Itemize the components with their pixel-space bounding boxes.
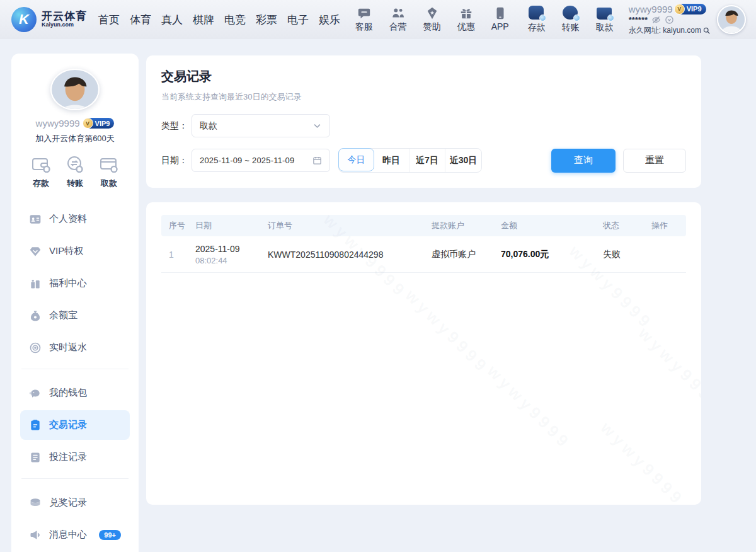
row-status: 失败: [603, 249, 651, 260]
table-header: 序号 日期 订单号 提款账户 金额 状态 操作: [161, 215, 686, 236]
row-order-no: KWWT202511090802444298: [268, 250, 432, 260]
rebate-target-icon: [29, 342, 42, 354]
nav-entertainment[interactable]: 娱乐: [319, 13, 340, 27]
range-yesterday-button[interactable]: 昨日: [374, 149, 410, 172]
chevron-down-icon: [312, 121, 322, 130]
col-amount: 金额: [501, 220, 603, 231]
range-7days-button[interactable]: 近7日: [410, 149, 445, 172]
nav-sports[interactable]: 体育: [130, 13, 151, 27]
user-avatar[interactable]: [717, 5, 746, 34]
transfer-icon: [563, 6, 579, 21]
piggy-bank-icon: [29, 387, 42, 400]
sidebar-username: wywy9999: [36, 118, 80, 129]
brand-name-en: Kaiyun.com: [42, 22, 87, 28]
promo-button[interactable]: 优惠: [452, 6, 480, 33]
sidebar-item-messages[interactable]: 消息中心 99+: [20, 520, 130, 549]
type-select-value: 取款: [200, 120, 217, 132]
welfare-gift-icon: [29, 277, 42, 290]
sidebar-vip-badge: VVIP9: [85, 118, 115, 129]
sidebar-vip-shield-icon: V: [83, 118, 93, 129]
date-range-input[interactable]: 2025-11-09 ~ 2025-11-09: [192, 149, 330, 172]
user-info: wywy9999 VVIP9 ****** 永久网址: kaiyun.com: [629, 4, 711, 36]
sidebar-quick-actions: 存款 转账 取款: [20, 156, 130, 189]
withdraw-card-icon: [100, 156, 118, 173]
join-days-text: 加入开云体育第600天: [35, 133, 115, 144]
sponsor-button[interactable]: 赞助: [418, 6, 446, 33]
col-account: 提款账户: [432, 220, 501, 231]
partnership-icon: [391, 6, 405, 20]
sidebar-item-prize-records[interactable]: 兑奖记录: [20, 488, 130, 517]
range-30days-button[interactable]: 近30日: [445, 149, 481, 172]
col-index: 序号: [169, 220, 195, 231]
customer-service-icon: [357, 6, 371, 20]
type-select[interactable]: 取款: [192, 114, 330, 137]
sidebar-avatar-image: [52, 70, 98, 110]
avatar-image: [718, 6, 745, 33]
sidebar-item-transactions[interactable]: 交易记录: [20, 410, 130, 440]
col-action: 操作: [651, 220, 679, 231]
page-title: 交易记录: [161, 68, 686, 85]
deposit-icon: [529, 6, 545, 21]
sidebar-item-vip[interactable]: VIP特权: [20, 236, 130, 266]
sidebar-item-bet-records[interactable]: 投注记录: [20, 442, 130, 472]
sidebar-avatar[interactable]: [50, 69, 100, 110]
col-order-no: 订单号: [268, 220, 432, 231]
col-status: 状态: [603, 220, 651, 231]
date-range-value: 2025-11-09 ~ 2025-11-09: [200, 156, 294, 165]
vip-heart-icon: [29, 245, 42, 258]
filter-card: 交易记录 当前系统支持查询最近30日的交易记录 类型： 取款 日期： 2025-…: [146, 55, 701, 188]
table-row: 1 2025-11-09 08:02:44 KWWT20251109080244…: [161, 236, 686, 273]
nav-live-casino[interactable]: 真人: [161, 13, 183, 27]
date-quick-range-group: 今日 昨日 近7日 近30日: [338, 148, 482, 173]
transfer-exchange-icon: [66, 156, 84, 173]
brand-logo[interactable]: K 开云体育 Kaiyun.com: [11, 7, 87, 32]
main-nav: 首页 体育 真人 棋牌 电竞 彩票 电子 娱乐: [98, 13, 340, 27]
page-subtitle: 当前系统支持查询最近30日的交易记录: [161, 91, 686, 103]
search-button[interactable]: 查询: [551, 149, 616, 173]
nav-home[interactable]: 首页: [98, 13, 120, 27]
permanent-url: 永久网址: kaiyun.com: [629, 25, 701, 36]
sidebar-withdraw-button[interactable]: 取款: [100, 156, 118, 189]
row-date: 2025-11-09 08:02:44: [195, 244, 268, 265]
deposit-button[interactable]: 存款: [523, 6, 551, 33]
sidebar-transfer-button[interactable]: 转账: [66, 156, 84, 189]
main-content: 交易记录 当前系统支持查询最近30日的交易记录 类型： 取款 日期： 2025-…: [146, 55, 701, 552]
range-today-button[interactable]: 今日: [338, 148, 374, 171]
sidebar-item-welfare[interactable]: 福利中心: [20, 268, 130, 298]
masked-balance: ******: [629, 15, 648, 25]
brand-logo-icon: K: [11, 7, 37, 32]
sidebar-item-wallet[interactable]: 我的钱包: [20, 378, 130, 408]
sidebar-item-rebate[interactable]: 实时返水: [20, 333, 130, 362]
header-money-actions: 存款 转账 取款: [523, 6, 619, 33]
username: wywy9999: [629, 4, 673, 14]
message-count-badge: 99+: [99, 530, 121, 540]
nav-esports[interactable]: 电竞: [224, 13, 246, 27]
vip-shield-icon: V: [674, 4, 685, 14]
eye-off-icon[interactable]: [651, 15, 661, 25]
type-filter-label: 类型：: [161, 120, 192, 132]
partnership-button[interactable]: 合营: [384, 6, 412, 33]
sidebar: wywy9999 VVIP9 加入开云体育第600天 存款 转账 取款 个人资料: [11, 54, 139, 552]
magnifier-icon[interactable]: [702, 26, 711, 35]
nav-slots[interactable]: 电子: [287, 13, 309, 27]
sidebar-item-profile[interactable]: 个人资料: [20, 204, 130, 234]
app-download-button[interactable]: APP: [486, 6, 514, 33]
sidebar-deposit-button[interactable]: 存款: [32, 156, 50, 189]
withdraw-button[interactable]: 取款: [591, 6, 619, 33]
sidebar-item-yuebao[interactable]: 余额宝: [20, 301, 130, 330]
row-index: 1: [169, 250, 195, 260]
withdraw-icon: [597, 6, 613, 21]
reset-button[interactable]: 重置: [623, 149, 686, 173]
transfer-button[interactable]: 转账: [557, 6, 585, 33]
chevron-circle-icon[interactable]: [665, 15, 674, 25]
nav-board-games[interactable]: 棋牌: [193, 13, 214, 27]
col-date: 日期: [195, 220, 268, 231]
customer-service-button[interactable]: 客服: [350, 6, 378, 33]
date-filter-label: 日期：: [161, 155, 192, 166]
vip-badge: VVIP9: [677, 4, 706, 14]
deposit-wallet-icon: [32, 156, 50, 173]
bet-record-icon: [29, 451, 42, 464]
top-header: K 开云体育 Kaiyun.com 首页 体育 真人 棋牌 电竞 彩票 电子 娱…: [0, 0, 756, 39]
nav-lottery[interactable]: 彩票: [256, 13, 277, 27]
message-horn-icon: [29, 529, 42, 541]
